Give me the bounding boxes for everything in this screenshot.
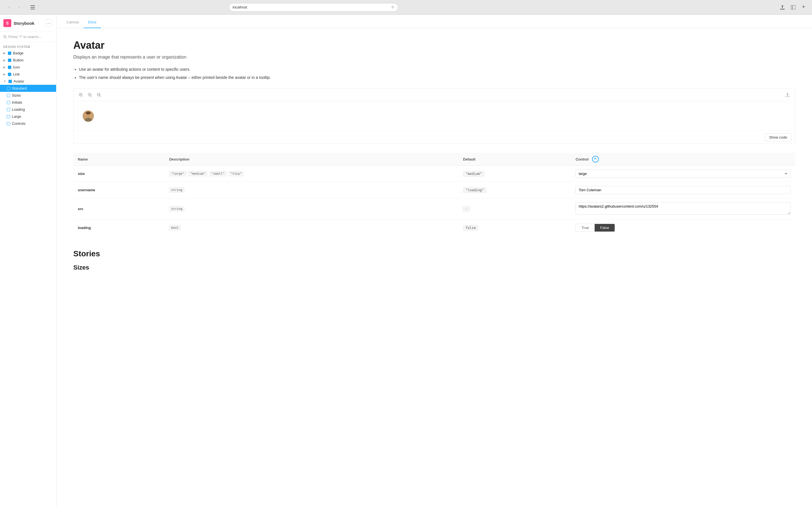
- bool-false-button[interactable]: False: [595, 224, 615, 231]
- share-icon: [785, 93, 790, 97]
- tab-canvas[interactable]: Canvas: [62, 17, 84, 28]
- main-content: Canvas Docs Avatar Displays an image tha…: [56, 15, 812, 507]
- sidebar-item-initials[interactable]: Initials: [0, 99, 56, 106]
- sidebar-item-link[interactable]: ▶ Link: [0, 71, 56, 78]
- share-button[interactable]: [778, 3, 786, 11]
- svg-line-13: [91, 96, 92, 97]
- prop-badge: "medium": [188, 171, 207, 176]
- badge-icon: [8, 52, 11, 55]
- sidebar-item-label: Standard: [12, 86, 27, 91]
- prop-name: loading: [78, 226, 91, 230]
- bullet-item: Use an avatar for attributing actions or…: [79, 66, 795, 72]
- svg-rect-3: [791, 5, 795, 9]
- prop-default: -: [463, 206, 470, 212]
- fullscreen-button[interactable]: [789, 3, 797, 11]
- search-input-wrapper[interactable]: Press "/" to search...: [3, 35, 53, 39]
- prop-badge: "large": [169, 171, 186, 176]
- sidebar-item-label: Loading: [12, 107, 25, 112]
- svg-point-21: [89, 114, 89, 115]
- controls-icon: [7, 122, 10, 125]
- sidebar-item-avatar[interactable]: ▼ Avatar: [0, 78, 56, 85]
- svg-point-22: [88, 115, 89, 116]
- show-code-button[interactable]: Show code: [765, 133, 792, 142]
- prop-badge: "small": [209, 171, 226, 176]
- src-control-textarea[interactable]: https://avatars2.githubusercontent.com/u…: [575, 202, 791, 215]
- sidebar-item-label: Button: [13, 58, 24, 62]
- url-text: localhost: [233, 5, 247, 9]
- initials-icon: [7, 101, 10, 104]
- sidebar-item-badge[interactable]: ▶ Badge: [0, 50, 56, 57]
- chevron-icon: ▶: [3, 73, 6, 76]
- search-placeholder: Press "/" to search...: [8, 35, 42, 39]
- sidebar-item-icon[interactable]: ▶ Icon: [0, 64, 56, 71]
- zoom-out-icon: [88, 93, 92, 97]
- table-row: src string - https://avatars2.githubuser…: [73, 198, 795, 220]
- sidebar-item-loading[interactable]: Loading: [0, 106, 56, 113]
- tab-docs[interactable]: Docs: [84, 17, 101, 28]
- zoom-reset-button[interactable]: [95, 91, 103, 99]
- sidebar-item-large[interactable]: Large: [0, 113, 56, 120]
- prop-name: username: [78, 188, 95, 192]
- tab-bar: Canvas Docs: [56, 15, 812, 28]
- url-bar[interactable]: localhost ↻: [229, 3, 398, 11]
- sidebar-toggle-button[interactable]: [28, 3, 37, 12]
- sidebar-item-standard[interactable]: Standard: [0, 85, 56, 92]
- zoom-out-button[interactable]: [86, 91, 94, 99]
- share-story-button[interactable]: [783, 91, 792, 99]
- browser-chrome: ‹ › localhost ↻ +: [0, 0, 812, 15]
- table-header-row: Name Description Default Control: [73, 153, 795, 166]
- app-container: S Storybook ··· Press "/" to search... D…: [0, 15, 812, 507]
- standard-icon: [7, 87, 10, 90]
- prop-badge: string: [169, 206, 185, 212]
- sidebar-item-button[interactable]: ▶ Button: [0, 57, 56, 64]
- loading-icon: [7, 108, 10, 111]
- page-subtitle: Displays an image that represents a user…: [73, 55, 795, 60]
- sidebar: S Storybook ··· Press "/" to search... D…: [0, 15, 56, 507]
- forward-button[interactable]: ›: [15, 3, 24, 12]
- button-icon: [8, 59, 11, 62]
- story-preview-box: Show code: [73, 89, 795, 144]
- prop-name: size: [78, 172, 85, 176]
- bool-true-button[interactable]: True: [576, 224, 594, 231]
- stories-section-title: Stories: [73, 249, 795, 258]
- chevron-icon: ▶: [3, 52, 6, 55]
- chevron-icon: ▼: [3, 80, 6, 83]
- svg-point-18: [86, 112, 91, 114]
- page-title: Avatar: [73, 40, 795, 51]
- svg-line-15: [100, 96, 101, 97]
- table-row: username string "loading": [73, 182, 795, 198]
- table-row: loading bool false True False: [73, 220, 795, 236]
- zoom-in-button[interactable]: [77, 91, 85, 99]
- reload-icon[interactable]: ↻: [391, 5, 395, 9]
- col-header-name: Name: [73, 153, 165, 166]
- col-header-default: Default: [458, 153, 571, 166]
- prop-badge: string: [169, 187, 185, 193]
- col-header-description: Description: [165, 153, 458, 166]
- docs-content: Avatar Displays an image that represents…: [56, 28, 812, 507]
- prop-default: "loading": [463, 187, 486, 193]
- size-control-select[interactable]: large medium small tiny: [575, 170, 791, 178]
- story-canvas: [73, 101, 795, 131]
- sidebar-header: S Storybook ···: [0, 15, 56, 32]
- svg-point-20: [87, 114, 88, 115]
- sidebar-item-label: Icon: [13, 65, 20, 69]
- username-control-input[interactable]: [575, 186, 791, 194]
- avatar-preview: [83, 110, 94, 122]
- svg-rect-0: [31, 5, 35, 6]
- chevron-icon: ▶: [3, 66, 6, 69]
- new-tab-button[interactable]: +: [800, 3, 808, 11]
- sidebar-item-controls[interactable]: Controls: [0, 120, 56, 127]
- sidebar-item-sizes[interactable]: Sizes: [0, 92, 56, 99]
- prop-badge: bool: [169, 225, 181, 230]
- sidebar-more-button[interactable]: ···: [45, 19, 53, 27]
- sidebar-item-label: Sizes: [12, 93, 21, 98]
- browser-actions: +: [778, 3, 808, 11]
- sidebar-item-label: Avatar: [13, 79, 24, 83]
- storybook-logo: S: [3, 19, 11, 27]
- reset-controls-button[interactable]: [592, 156, 599, 163]
- doc-bullets: Use an avatar for attributing actions or…: [79, 66, 795, 80]
- large-icon: [7, 115, 10, 118]
- link-icon: [8, 73, 11, 76]
- svg-point-5: [4, 36, 6, 38]
- back-button[interactable]: ‹: [4, 3, 13, 12]
